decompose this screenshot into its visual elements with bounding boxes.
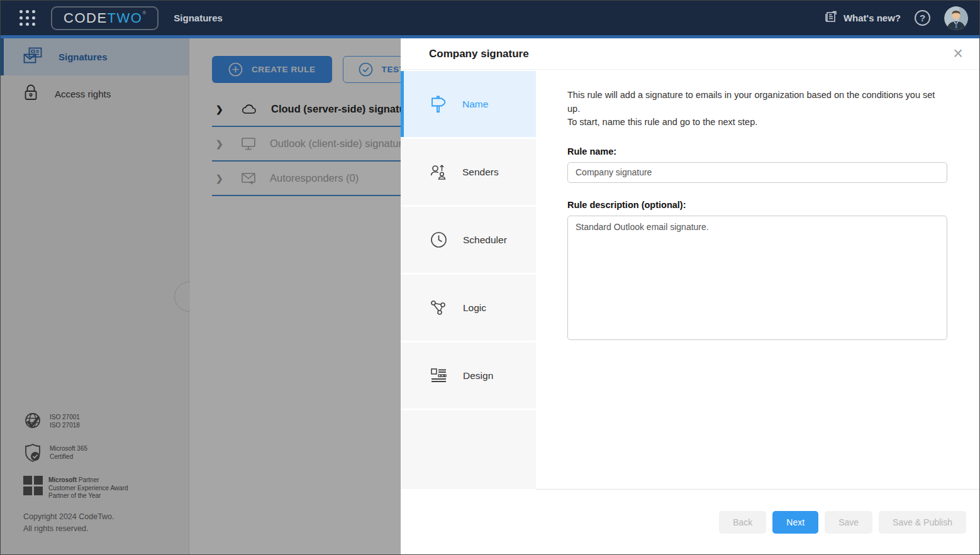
codetwo-logo[interactable]: CODETWO ® <box>51 6 159 30</box>
rule-wizard-dialog: Company signature × Name <box>401 38 979 555</box>
design-layout-icon <box>430 367 447 384</box>
tab-label: Logic <box>463 302 486 314</box>
back-button[interactable]: Back <box>719 511 766 534</box>
top-bar: CODETWO ® Signatures What's new? ? <box>1 1 979 35</box>
dialog-header: Company signature × <box>401 38 979 70</box>
tab-name[interactable]: Name <box>401 71 536 137</box>
step-description: This rule will add a signature to emails… <box>567 89 947 129</box>
tab-filler <box>401 410 536 489</box>
close-icon[interactable]: × <box>949 45 967 62</box>
help-icon[interactable]: ? <box>915 10 930 26</box>
tab-label: Design <box>463 370 493 382</box>
rule-name-label: Rule name: <box>567 146 947 157</box>
whats-new-button[interactable]: What's new? <box>824 10 901 26</box>
dialog-footer: Back Next Save Save & Publish <box>401 489 979 555</box>
wizard-steps: Name Senders <box>401 70 536 489</box>
next-button[interactable]: Next <box>772 511 818 534</box>
codetwo-admin-window: CODETWO ® Signatures What's new? ? <box>0 0 980 555</box>
news-icon <box>824 10 837 26</box>
page-title: Signatures <box>174 13 223 23</box>
workspace: Signatures Access rights <box>1 38 979 555</box>
signpost-icon <box>430 96 447 113</box>
tab-label: Scheduler <box>463 234 507 246</box>
whats-new-label: What's new? <box>844 13 901 23</box>
avatar[interactable] <box>944 6 968 30</box>
rule-description-textarea[interactable]: Standard Outlook email signature. <box>567 216 947 340</box>
tab-label: Senders <box>462 167 499 178</box>
rule-name-input[interactable] <box>567 162 947 183</box>
logo-text: CODETWO <box>64 8 142 29</box>
tab-scheduler[interactable]: Scheduler <box>401 207 536 273</box>
tab-logic[interactable]: Logic <box>401 275 536 341</box>
top-bar-actions: What's new? ? <box>824 6 968 30</box>
clock-icon <box>430 231 447 248</box>
name-step-form: This rule will add a signature to emails… <box>536 70 979 489</box>
save-publish-button[interactable]: Save & Publish <box>879 511 966 534</box>
tab-label: Name <box>462 99 488 110</box>
rule-description-label: Rule description (optional): <box>567 200 947 210</box>
footer-divider <box>536 489 979 490</box>
app-launcher-icon[interactable] <box>19 10 36 26</box>
dialog-title: Company signature <box>429 48 529 60</box>
senders-icon <box>430 163 447 181</box>
registered-mark: ® <box>142 10 146 16</box>
dialog-body: Name Senders <box>401 70 979 489</box>
logic-nodes-icon <box>430 299 447 316</box>
tab-senders[interactable]: Senders <box>401 139 536 205</box>
save-button[interactable]: Save <box>825 511 872 534</box>
tab-design[interactable]: Design <box>401 343 536 409</box>
